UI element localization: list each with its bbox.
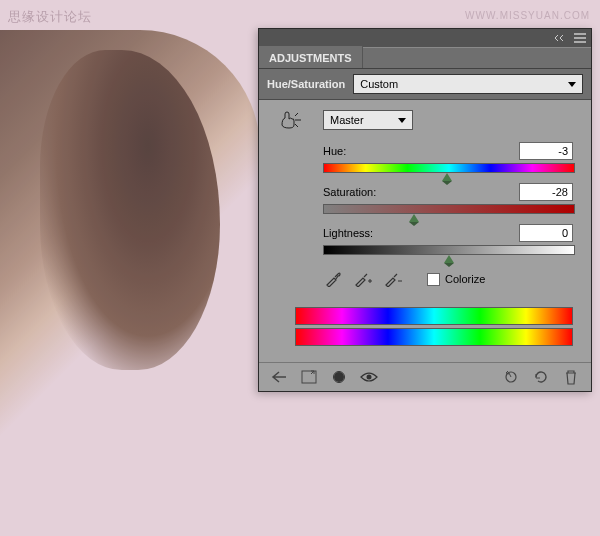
eyedropper-row: Colorize (275, 269, 575, 289)
hue-slider[interactable] (323, 163, 575, 173)
saturation-slider[interactable] (323, 204, 575, 214)
reset-icon[interactable] (531, 368, 551, 386)
lightness-slider[interactable] (323, 245, 575, 255)
svg-point-1 (334, 372, 344, 382)
trash-icon[interactable] (561, 368, 581, 386)
saturation-slider-handle[interactable] (409, 214, 419, 222)
svg-point-3 (367, 375, 372, 380)
adjustment-type-label: Hue/Saturation (267, 78, 345, 90)
preset-value: Custom (360, 78, 398, 90)
spectrum-bars (275, 307, 575, 346)
channel-dropdown[interactable]: Master (323, 110, 413, 130)
preset-dropdown[interactable]: Custom (353, 74, 583, 94)
eyedropper-subtract-icon[interactable] (383, 269, 403, 289)
menu-icon[interactable] (573, 33, 587, 43)
tab-bar: ADJUSTMENTS (259, 47, 591, 69)
watermark-right: WWW.MISSYUAN.COM (465, 10, 590, 21)
lightness-slider-handle[interactable] (444, 255, 454, 263)
back-icon[interactable] (269, 368, 289, 386)
colorize-checkbox[interactable]: Colorize (427, 273, 485, 286)
clip-icon[interactable] (329, 368, 349, 386)
spectrum-output (295, 328, 573, 346)
previous-state-icon[interactable] (501, 368, 521, 386)
saturation-label: Saturation: (323, 186, 376, 198)
visibility-icon[interactable] (359, 368, 379, 386)
hue-label: Hue: (323, 145, 346, 157)
hue-slider-handle[interactable] (442, 173, 452, 181)
eyedropper-add-icon[interactable] (353, 269, 373, 289)
panel-titlebar (259, 29, 591, 47)
lightness-input[interactable] (519, 224, 573, 242)
eyedropper-icon[interactable] (323, 269, 343, 289)
targeted-adjustment-icon[interactable] (279, 110, 305, 130)
channel-value: Master (330, 114, 364, 126)
panel-footer (259, 362, 591, 391)
adjustments-panel: ADJUSTMENTS Hue/Saturation Custom Master… (258, 28, 592, 392)
saturation-input[interactable] (519, 183, 573, 201)
collapse-icon[interactable] (553, 33, 567, 43)
lightness-label: Lightness: (323, 227, 373, 239)
chevron-down-icon (568, 82, 576, 87)
panel-body: Master Hue: Saturation: Ligh (259, 100, 591, 362)
spectrum-input (295, 307, 573, 325)
checkbox-icon (427, 273, 440, 286)
chevron-down-icon (398, 118, 406, 123)
saturation-slider-block: Saturation: (275, 183, 575, 214)
tab-adjustments[interactable]: ADJUSTMENTS (259, 46, 363, 68)
colorize-label: Colorize (445, 273, 485, 285)
background-photo (0, 30, 260, 510)
channel-row: Master (275, 110, 575, 130)
adjustment-header: Hue/Saturation Custom (259, 69, 591, 100)
expand-icon[interactable] (299, 368, 319, 386)
watermark-left: 思缘设计论坛 (8, 8, 92, 26)
hue-input[interactable] (519, 142, 573, 160)
hue-slider-block: Hue: (275, 142, 575, 173)
lightness-slider-block: Lightness: (275, 224, 575, 255)
